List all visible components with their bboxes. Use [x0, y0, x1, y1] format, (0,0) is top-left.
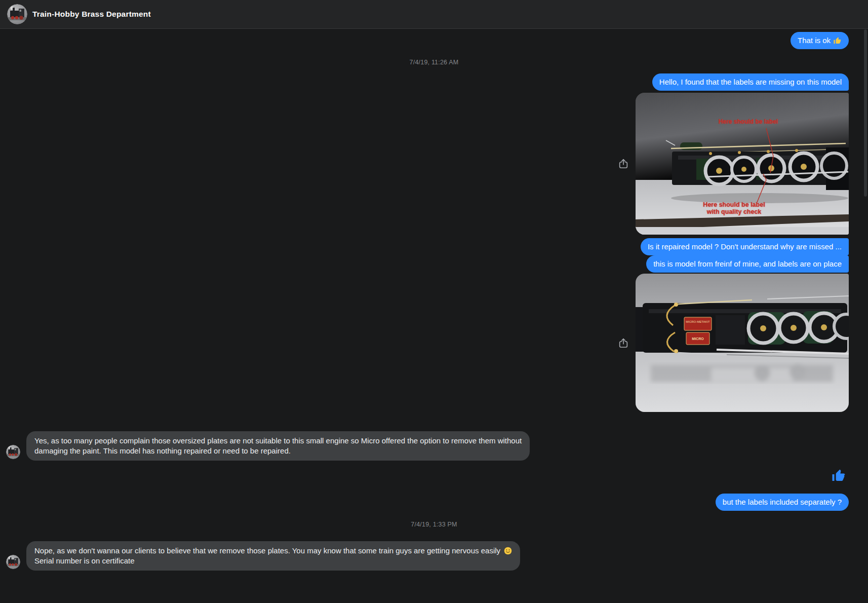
annotation-here-should-be-label: Here should be label	[701, 118, 795, 125]
message-oversized-plates[interactable]: Yes, as too many people complain those o…	[26, 431, 530, 461]
message-is-it-repaired[interactable]: Is it repaired model ? Don't understand …	[641, 238, 849, 255]
messenger-window: Train-Hobby Brass Department That is ok …	[0, 0, 868, 603]
like-thumb-message[interactable]	[831, 468, 846, 485]
conversation-title: Train-Hobby Brass Department	[32, 10, 151, 19]
message-nope-plates[interactable]: Nope, as we don't wanna our clients to b…	[26, 541, 520, 571]
message-text: but the labels included separately ?	[723, 497, 842, 507]
message-text: Is it repaired model ? Don't understand …	[648, 242, 842, 252]
message-labels-separately[interactable]: but the labels included separately ?	[716, 494, 849, 511]
message-friend-model[interactable]: this is model from freinf of mine, and l…	[646, 255, 849, 273]
sender-avatar[interactable]	[6, 555, 20, 569]
message-text: That is ok	[798, 35, 831, 46]
composer-bar: GIF	[0, 579, 868, 603]
chat-header: Train-Hobby Brass Department	[0, 0, 868, 29]
message-text: Hello, I found that the labels are missi…	[659, 77, 842, 87]
timestamp-morning: 7/4/19, 11:26 AM	[0, 59, 868, 66]
message-text-line1: Yes, as too many people complain those o…	[34, 436, 522, 446]
message-text-line2: damaging the paint. This model has nothi…	[34, 446, 522, 456]
maker-plate-bottom-text: MICRO	[692, 337, 704, 341]
attachment-friend-train-photo[interactable]: MICRO-METAKIT MICRO	[636, 274, 849, 412]
share-icon[interactable]	[618, 337, 629, 349]
message-that-is-ok[interactable]: That is ok	[791, 32, 849, 49]
annotation-quality-check: Here should be label with quality check	[692, 201, 776, 215]
maker-plate-top-text: MICRO-METAKIT	[686, 320, 710, 323]
message-text-line2: Serial number is on certificate	[34, 556, 512, 566]
smiling-emoji	[504, 547, 512, 555]
share-icon[interactable]	[618, 158, 629, 170]
conversation-avatar[interactable]	[7, 4, 27, 24]
thumbs-up-emoji	[833, 36, 842, 45]
scrollbar-thumb[interactable]	[864, 29, 867, 197]
message-text: this is model from freinf of mine, and l…	[653, 259, 842, 269]
message-labels-missing[interactable]: Hello, I found that the labels are missi…	[652, 73, 849, 91]
attachment-annotated-train-photo[interactable]: Here should be label Here should be labe…	[636, 93, 849, 235]
message-text-line1: Nope, as we don't wanna our clients to b…	[34, 546, 512, 556]
timestamp-afternoon: 7/4/19, 1:33 PM	[0, 521, 868, 528]
train-underside-photo-with-labels: MICRO-METAKIT MICRO	[636, 274, 849, 412]
thumbs-up-icon	[831, 468, 846, 483]
sender-avatar[interactable]	[6, 445, 20, 459]
